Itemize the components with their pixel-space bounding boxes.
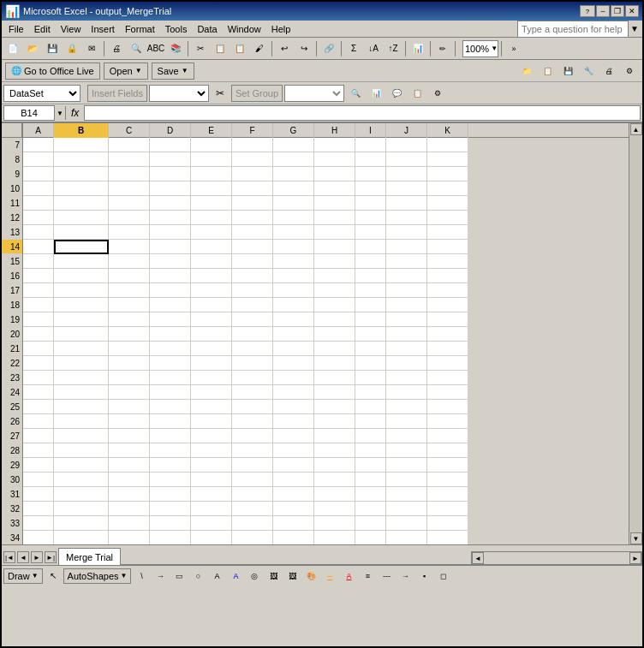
cell-b-23[interactable] (54, 371, 109, 385)
cell-e-28[interactable] (191, 443, 232, 458)
set-group-btn[interactable]: Set Group (231, 85, 283, 102)
cell-c-16[interactable] (109, 269, 150, 283)
cell-h-9[interactable] (314, 167, 355, 181)
cell-h-18[interactable] (314, 298, 355, 312)
cell-c-18[interactable] (109, 298, 150, 312)
autosum-btn[interactable]: Σ (344, 39, 363, 58)
cell-a-21[interactable] (23, 342, 54, 356)
cell-j-21[interactable] (386, 342, 427, 356)
spell-check-btn[interactable]: ABC (146, 39, 165, 58)
cell-d-21[interactable] (150, 342, 191, 356)
cell-g-20[interactable] (273, 327, 314, 342)
row-num-16[interactable]: 16 (2, 269, 22, 283)
menu-help[interactable]: Help (266, 22, 296, 36)
cell-g-24[interactable] (273, 385, 314, 400)
cell-i-30[interactable] (355, 473, 386, 487)
cell-c-29[interactable] (109, 458, 150, 473)
cell-a-20[interactable] (23, 327, 54, 342)
row-num-28[interactable]: 28 (2, 443, 22, 458)
cell-d-12[interactable] (150, 211, 191, 225)
cell-e-32[interactable] (191, 502, 232, 516)
cell-b-24[interactable] (54, 385, 109, 400)
open-btn[interactable]: 📂 (23, 39, 42, 58)
cell-i-13[interactable] (355, 225, 386, 240)
cell-h-24[interactable] (314, 385, 355, 400)
cell-e-8[interactable] (191, 152, 232, 167)
help-search-input[interactable] (517, 21, 629, 38)
icon2[interactable]: 📋 (538, 62, 557, 80)
cell-c-21[interactable] (109, 342, 150, 356)
cell-g-12[interactable] (273, 211, 314, 225)
sort-desc-btn[interactable]: ↑Z (384, 39, 402, 58)
cell-c-27[interactable] (109, 429, 150, 443)
3d-icon-btn[interactable]: ◻ (434, 568, 451, 584)
rect-icon-btn[interactable]: ▭ (170, 568, 188, 584)
col-header-h[interactable]: H (314, 123, 355, 138)
sort-asc-btn[interactable]: ↓A (364, 39, 383, 58)
cell-h-34[interactable] (314, 531, 355, 544)
cell-i-7[interactable] (355, 138, 386, 152)
cell-g-15[interactable] (273, 254, 314, 269)
shadow-icon-btn[interactable]: ▪ (415, 568, 432, 584)
cell-c-26[interactable] (109, 414, 150, 429)
cell-a-16[interactable] (23, 269, 54, 283)
cell-d-11[interactable] (150, 196, 191, 211)
cell-reference-input[interactable] (3, 105, 55, 121)
cell-e-20[interactable] (191, 327, 232, 342)
cell-h-20[interactable] (314, 327, 355, 342)
cell-i-12[interactable] (355, 211, 386, 225)
cell-c-12[interactable] (109, 211, 150, 225)
cell-j-23[interactable] (386, 371, 427, 385)
permissions-btn[interactable]: 🔒 (63, 39, 81, 58)
cell-e-17[interactable] (191, 283, 232, 298)
arrow-style-icon-btn[interactable]: → (397, 568, 414, 584)
cell-f-34[interactable] (232, 531, 273, 544)
insert-fields-select[interactable] (149, 85, 209, 102)
icon4[interactable]: 🔧 (579, 62, 598, 80)
cell-h-21[interactable] (314, 342, 355, 356)
cell-g-13[interactable] (273, 225, 314, 240)
cell-g-25[interactable] (273, 400, 314, 414)
cell-c-13[interactable] (109, 225, 150, 240)
tab-last-btn[interactable]: ►| (45, 551, 57, 563)
row-num-17[interactable]: 17 (2, 283, 22, 298)
cell-i-15[interactable] (355, 254, 386, 269)
cell-i-10[interactable] (355, 181, 386, 196)
autoshapes-button[interactable]: AutoShapes ▼ (63, 568, 132, 584)
help-btn[interactable]: ? (580, 5, 595, 17)
cell-g-14[interactable] (273, 240, 314, 254)
cell-a-12[interactable] (23, 211, 54, 225)
zoom-select[interactable]: 100% ▼ (462, 40, 498, 57)
cell-b-19[interactable] (54, 312, 109, 327)
cell-i-19[interactable] (355, 312, 386, 327)
col-header-b[interactable]: B (54, 123, 109, 138)
row-num-23[interactable]: 23 (2, 371, 22, 385)
cell-g-33[interactable] (273, 516, 314, 531)
cell-j-7[interactable] (386, 138, 427, 152)
cell-b-25[interactable] (54, 400, 109, 414)
cell-d-14[interactable] (150, 240, 191, 254)
cell-c-19[interactable] (109, 312, 150, 327)
cell-k-15[interactable] (427, 254, 468, 269)
cell-e-30[interactable] (191, 473, 232, 487)
spreadsheet-grid[interactable] (23, 138, 629, 544)
row-num-9[interactable]: 9 (2, 167, 22, 181)
cell-i-29[interactable] (355, 458, 386, 473)
menu-insert[interactable]: Insert (86, 22, 120, 36)
scroll-left-arrow[interactable]: ◄ (472, 552, 484, 564)
row-num-8[interactable]: 8 (2, 152, 22, 167)
cell-h-7[interactable] (314, 138, 355, 152)
cell-k-24[interactable] (427, 385, 468, 400)
insert-fields-btn[interactable]: Insert Fields (87, 85, 147, 102)
cell-c-11[interactable] (109, 196, 150, 211)
cell-j-27[interactable] (386, 429, 427, 443)
cell-d-10[interactable] (150, 181, 191, 196)
cell-h-27[interactable] (314, 429, 355, 443)
cell-j-24[interactable] (386, 385, 427, 400)
cell-i-8[interactable] (355, 152, 386, 167)
cell-b-27[interactable] (54, 429, 109, 443)
cell-j-22[interactable] (386, 356, 427, 371)
cell-k-25[interactable] (427, 400, 468, 414)
col-header-k[interactable]: K (427, 123, 468, 138)
icon5[interactable]: 🖨 (599, 62, 618, 80)
